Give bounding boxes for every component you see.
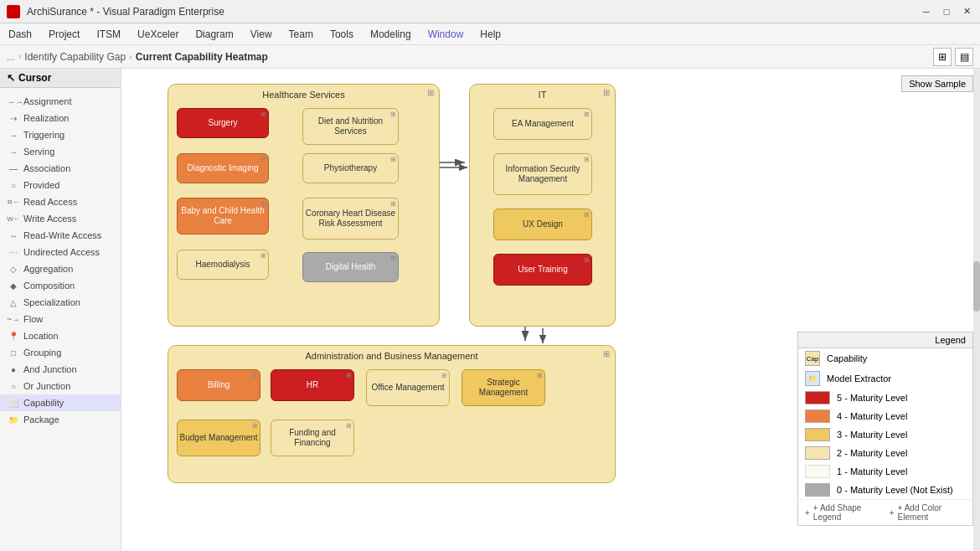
scrollbar-thumb[interactable] (973, 261, 980, 312)
sidebar-label-undirected-access: Undirected Access (23, 247, 100, 257)
sidebar-item-aggregation[interactable]: ◇ Aggregation (0, 260, 121, 277)
admin-title: Administration and Business Management (168, 351, 615, 361)
sidebar-item-package[interactable]: 📁 Package (0, 411, 121, 428)
sidebar-item-flow[interactable]: ~→ Flow (0, 311, 121, 327)
sidebar-item-specialization[interactable]: △ Specialization (0, 294, 121, 311)
sidebar-item-read-access[interactable]: R← Read Access (0, 193, 121, 210)
sidebar-label-specialization: Specialization (23, 297, 80, 307)
sidebar-item-location[interactable]: 📍 Location (0, 327, 121, 344)
composition-icon: ◆ (7, 281, 20, 291)
sidebar-item-realization[interactable]: ⇢ Realization (0, 110, 121, 126)
app-icon (7, 5, 20, 18)
sidebar-label-composition: Composition (23, 281, 75, 291)
menu-diagram[interactable]: Diagram (187, 23, 241, 44)
box-funding[interactable]: Funding and Financing ⊞ (271, 420, 354, 456)
menu-dash[interactable]: Dash (0, 23, 40, 44)
sidebar-item-serving[interactable]: → Serving (0, 143, 121, 160)
legend-model-extractor-icon: 📁 (805, 371, 820, 386)
maximize-button[interactable]: □ (940, 5, 953, 18)
or-junction-icon: ○ (7, 382, 20, 391)
sidebar-item-triggering[interactable]: → Triggering (0, 126, 121, 143)
menu-modeling[interactable]: Modeling (362, 23, 420, 44)
location-icon: 📍 (7, 332, 20, 341)
menu-uexceler[interactable]: UeXceler (129, 23, 187, 44)
box-budget[interactable]: Budget Management ⊞ (177, 420, 260, 456)
close-button[interactable]: ✕ (960, 5, 973, 18)
sidebar-item-provided[interactable]: ○ Provided (0, 177, 121, 193)
menu-project[interactable]: Project (40, 23, 88, 44)
menu-itsm[interactable]: ITSM (88, 23, 129, 44)
legend-ml1-label: 1 - Maturity Level (837, 466, 907, 476)
sidebar-item-undirected-access[interactable]: ⋯ Undirected Access (0, 244, 121, 260)
sidebar-label-triggering: Triggering (23, 130, 64, 140)
sidebar-item-read-write-access[interactable]: ↔ Read-Write Access (0, 227, 121, 244)
layout-icon[interactable]: ▤ (955, 48, 973, 66)
it-title: IT (470, 90, 615, 100)
box-strategic[interactable]: Strategic Management ⊞ (462, 369, 545, 406)
office-corner: ⊞ (441, 372, 447, 380)
box-info-sec[interactable]: Information Security Management ⊞ (493, 153, 592, 195)
legend-ml1-row: 1 - Maturity Level (798, 462, 972, 481)
add-color-element-label: + Add Color Element (898, 503, 966, 522)
breadcrumb: ... › Identify Capability Gap › Current … (0, 45, 980, 69)
breadcrumb-item2[interactable]: Current Capability Heatmap (136, 51, 268, 63)
menu-tools[interactable]: Tools (322, 23, 362, 44)
main-area: ↖ Cursor →→ Assignment ⇢ Realization → T… (0, 69, 980, 551)
menu-help[interactable]: Help (472, 23, 509, 44)
menu-team[interactable]: Team (281, 23, 322, 44)
box-surgery[interactable]: Surgery ⊞ (177, 108, 269, 138)
box-hr[interactable]: HR ⊞ (271, 369, 354, 401)
sidebar-item-association[interactable]: — Association (0, 160, 121, 177)
box-ea-mgmt[interactable]: EA Management ⊞ (493, 108, 592, 140)
breadcrumb-tools: ⊞ ▤ (933, 48, 973, 66)
menu-view[interactable]: View (242, 23, 281, 44)
diagram-container: Healthcare Services ⊞ Surgery ⊞ Diet and… (121, 69, 980, 551)
association-icon: — (7, 164, 20, 173)
write-access-icon: W← (7, 215, 20, 223)
strategic-corner: ⊞ (537, 372, 543, 380)
box-user-training[interactable]: User Training ⊞ (493, 254, 592, 286)
grid-icon[interactable]: ⊞ (933, 48, 952, 66)
minimize-button[interactable]: ─ (920, 5, 933, 18)
legend-footer: + + Add Shape Legend + + Add Color Eleme… (798, 499, 972, 525)
box-diagnostic[interactable]: Diagnostic Imaging ⊞ (177, 153, 269, 183)
vertical-scrollbar[interactable] (973, 69, 980, 551)
box-coronary[interactable]: Coronary Heart Disease Risk Assessment ⊞ (302, 198, 399, 239)
breadcrumb-dots[interactable]: ... (7, 51, 15, 63)
canvas-area[interactable]: Show Sample Healthcare Services (121, 69, 980, 551)
sidebar-label-read-access: Read Access (23, 197, 77, 207)
box-billing[interactable]: Billing ⊞ (177, 369, 260, 401)
sidebar-item-or-junction[interactable]: ○ Or Junction (0, 378, 121, 394)
flow-icon: ~→ (7, 315, 20, 324)
menu-window[interactable]: Window (420, 23, 472, 44)
legend-capability-label: Capability (827, 353, 867, 363)
sidebar-label-realization: Realization (23, 113, 69, 123)
sidebar-item-capability[interactable]: ⬜ Capability (0, 394, 121, 411)
box-digital-health[interactable]: Digital Health ⊞ (302, 252, 399, 282)
legend-ml2-row: 2 - Maturity Level (798, 444, 972, 462)
box-baby[interactable]: Baby and Child Health Care ⊞ (177, 198, 269, 234)
sidebar-item-composition[interactable]: ◆ Composition (0, 277, 121, 294)
sidebar-item-write-access[interactable]: W← Write Access (0, 210, 121, 227)
hr-corner: ⊞ (346, 372, 352, 380)
sidebar-item-assignment[interactable]: →→ Assignment (0, 93, 121, 110)
box-diet[interactable]: Diet and Nutrition Services ⊞ (302, 108, 399, 145)
show-sample-button[interactable]: Show Sample (901, 75, 973, 92)
healthcare-corner-icon: ⊞ (427, 88, 434, 97)
serving-icon: → (7, 147, 20, 157)
add-color-element-button[interactable]: + + Add Color Element (890, 503, 966, 522)
infosec-corner: ⊞ (584, 156, 590, 164)
add-shape-legend-button[interactable]: + + Add Shape Legend (805, 503, 883, 522)
legend-ml0-row: 0 - Maturity Level (Not Exist) (798, 481, 972, 499)
sidebar-label-provided: Provided (23, 180, 59, 190)
box-office-mgmt[interactable]: Office Management ⊞ (366, 369, 450, 406)
legend-model-extractor-label: Model Extractor (827, 373, 891, 384)
add-shape-legend-label: + Add Shape Legend (813, 503, 883, 522)
sidebar-item-and-junction[interactable]: ● And Junction (0, 361, 121, 378)
box-ux-design[interactable]: UX Design ⊞ (493, 209, 592, 240)
box-haemodialysis[interactable]: Haemodialysis ⊞ (177, 250, 269, 280)
sidebar-item-grouping[interactable]: □ Grouping (0, 344, 121, 361)
box-physiotherapy[interactable]: Physiotherapy ⊞ (302, 153, 399, 183)
legend-panel: Legend Cap Capability 📁 Model Extractor … (797, 332, 973, 526)
breadcrumb-item1[interactable]: Identify Capability Gap (24, 51, 126, 63)
